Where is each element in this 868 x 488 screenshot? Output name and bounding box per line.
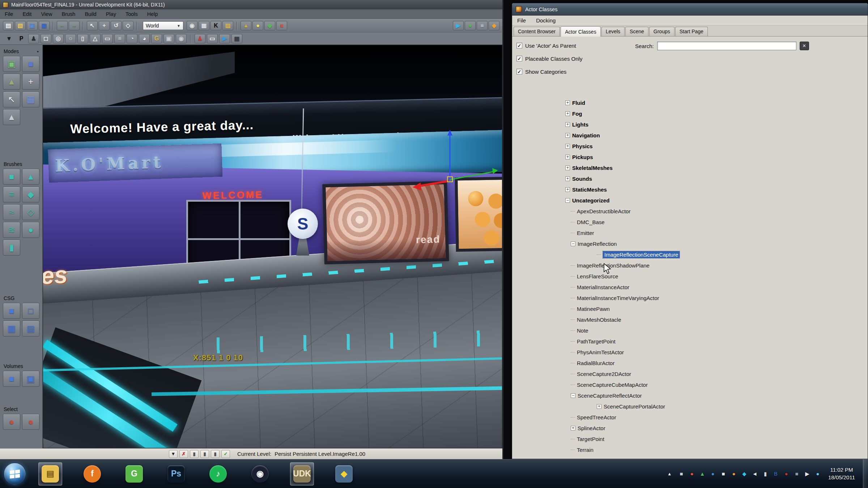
main-titlebar[interactable]: MainFloor054Test_FINAL19 - Unreal Develo… bbox=[0, 0, 502, 9]
search-clear-button[interactable]: × bbox=[800, 42, 809, 50]
tree-expander-plus-icon[interactable]: + bbox=[565, 155, 570, 159]
brush-stairs-button[interactable]: ≡ bbox=[3, 187, 20, 202]
tree-expander-plus-icon[interactable]: + bbox=[565, 122, 570, 127]
checkbox-use-actor-as-parent[interactable]: ✓ bbox=[516, 43, 522, 48]
csg-intersect-button[interactable]: ▦ bbox=[3, 321, 20, 337]
fullscreen-toggle[interactable]: ▦ bbox=[199, 21, 209, 30]
tree-row-dmc-base[interactable]: DMC_Base bbox=[516, 217, 868, 227]
mode-cube-button[interactable]: ■ bbox=[22, 56, 39, 72]
tree-expander-plus-icon[interactable]: + bbox=[565, 144, 570, 149]
tree-row-lensflaresource[interactable]: LensFlareSource bbox=[516, 271, 868, 282]
3d-viewport[interactable]: Welcome! Have a great day... Welcome! Ha… bbox=[43, 45, 502, 448]
redo[interactable]: → bbox=[69, 21, 80, 30]
lock-viewport[interactable]: ▣ bbox=[163, 34, 174, 43]
level-dropdown[interactable]: ▼ bbox=[169, 450, 178, 458]
taskbar-spotify[interactable]: ♪ bbox=[206, 462, 230, 485]
tree-row-radialbluractor[interactable]: RadialBlurActor bbox=[516, 358, 868, 368]
build-lighting[interactable]: ● bbox=[252, 21, 263, 30]
menu-edit[interactable]: Edit bbox=[18, 11, 36, 17]
play-level[interactable]: ▶ bbox=[219, 34, 230, 43]
csg-subtract-button[interactable]: □ bbox=[22, 303, 39, 319]
content-browser[interactable]: ▨ bbox=[222, 21, 233, 30]
brush-curved-stairs-tool[interactable]: ◔ bbox=[127, 34, 137, 43]
taskbar-photoshop[interactable]: Ps bbox=[164, 462, 188, 485]
tree-row-emitter[interactable]: Emitter bbox=[516, 227, 868, 238]
taskbar-clock[interactable]: 11:02 PM 18/05/2011 bbox=[828, 466, 855, 481]
save-all[interactable]: ▣ bbox=[39, 21, 50, 30]
tree-row-note[interactable]: Note bbox=[516, 325, 868, 336]
brush-cylinder-button[interactable]: ▮ bbox=[3, 240, 20, 256]
tree-row-scenecaptureportalactor[interactable]: +SceneCapturePortalActor bbox=[516, 401, 868, 412]
tree-row-pathtargetpoint[interactable]: PathTargetPoint bbox=[516, 336, 868, 347]
camera-speed[interactable]: ◆ bbox=[489, 21, 499, 30]
gamepad-input[interactable]: ▦ bbox=[231, 34, 242, 43]
menu-brush[interactable]: Brush bbox=[57, 11, 80, 17]
translation-gizmo[interactable] bbox=[412, 129, 502, 227]
menu-play[interactable]: Play bbox=[101, 11, 121, 17]
tray-app-2[interactable]: ● bbox=[688, 471, 696, 477]
checkbox-placeable-classes-only[interactable]: ✓ bbox=[516, 56, 522, 61]
tree-row-uncategorized[interactable]: −Uncategorized bbox=[516, 195, 868, 206]
tree-expander-minus-icon[interactable]: − bbox=[565, 198, 570, 203]
tray-app-5[interactable]: ■ bbox=[719, 471, 727, 477]
brush-spiral-stairs-button[interactable]: ≋ bbox=[3, 222, 20, 238]
save[interactable]: ▣ bbox=[27, 21, 38, 30]
tree-expander-minus-icon[interactable]: − bbox=[571, 393, 575, 398]
brush-curved-stairs-button[interactable]: ≈ bbox=[3, 204, 20, 220]
tray-volume[interactable]: ◄ bbox=[751, 471, 759, 477]
brush-cube-button[interactable]: ■ bbox=[3, 169, 20, 185]
csg-deintersect-button[interactable]: ▤ bbox=[22, 321, 39, 337]
actor-classes-titlebar[interactable]: Actor Classes bbox=[512, 3, 868, 16]
start-button[interactable] bbox=[4, 463, 26, 485]
mode-translate-button[interactable]: + bbox=[22, 74, 39, 90]
build-paths[interactable]: ◆ bbox=[264, 21, 275, 30]
tree-row-apexdestructibleactor[interactable]: ApexDestructibleActor bbox=[516, 206, 868, 217]
taskbar-steam[interactable]: ◉ bbox=[248, 462, 272, 485]
tree-row-imagereflection[interactable]: −ImageReflection bbox=[516, 238, 868, 249]
brush-sheet-button[interactable]: ◆ bbox=[22, 187, 39, 202]
menu-view[interactable]: View bbox=[36, 11, 57, 17]
actor-menu-docking[interactable]: Docking bbox=[531, 17, 561, 23]
select-all-button[interactable]: ● bbox=[22, 414, 39, 430]
tree-row-scenecapture2dactor[interactable]: SceneCapture2DActor bbox=[516, 368, 868, 379]
tree-row-fog[interactable]: +Fog bbox=[516, 108, 868, 119]
play-on-pc[interactable]: ● bbox=[465, 21, 476, 30]
mode-terrain-button[interactable]: ▲ bbox=[3, 74, 20, 90]
mode-camera-button[interactable]: ▣ bbox=[3, 56, 20, 72]
tab-groups[interactable]: Groups bbox=[649, 27, 675, 36]
tree-expander-plus-icon[interactable]: + bbox=[565, 133, 570, 138]
brush-stairs-tool[interactable]: ≡ bbox=[114, 34, 125, 43]
csg-add-button[interactable]: ■ bbox=[3, 303, 20, 319]
tree-row-physanimtestactor[interactable]: PhysAnimTestActor bbox=[516, 347, 868, 358]
menu-build[interactable]: Build bbox=[80, 11, 101, 17]
taskbar-explorer[interactable]: ▤ bbox=[38, 462, 62, 485]
tray-bluetooth[interactable]: B bbox=[772, 471, 780, 477]
tree-row-imagereflectionshadowplane[interactable]: ImageReflectionShadowPlane bbox=[516, 260, 868, 271]
level-lock[interactable]: ▮ bbox=[190, 450, 199, 458]
tray-network[interactable]: ▮ bbox=[761, 471, 769, 477]
show-hidden-icons-button[interactable]: ▲ bbox=[665, 471, 674, 476]
menu-tools[interactable]: Tools bbox=[121, 11, 142, 17]
level-color[interactable]: ▮ bbox=[211, 450, 220, 458]
tree-row-targetpoint[interactable]: TargetPoint bbox=[516, 433, 868, 444]
tab-levels[interactable]: Levels bbox=[601, 27, 625, 36]
level-visibility[interactable]: ▮ bbox=[200, 450, 209, 458]
menu-file[interactable]: File bbox=[0, 11, 18, 17]
show-flags[interactable]: ◉ bbox=[176, 34, 187, 43]
tray-app-9[interactable]: ■ bbox=[793, 471, 801, 477]
tray-app-6[interactable]: ● bbox=[730, 471, 738, 477]
tree-row-fluid[interactable]: +Fluid bbox=[516, 97, 868, 108]
tray-app-7[interactable]: ◆ bbox=[740, 471, 748, 477]
tree-row-materialinstanceactor[interactable]: MaterialInstanceActor bbox=[516, 282, 868, 292]
tree-row-splineactor[interactable]: +SplineActor bbox=[516, 423, 868, 433]
play-in-viewport[interactable]: ▶ bbox=[453, 21, 464, 30]
brush-sphere-tool[interactable]: ○ bbox=[65, 34, 76, 43]
tree-row-navigation[interactable]: +Navigation bbox=[516, 130, 868, 141]
volume-trigger-button[interactable]: ▣ bbox=[22, 371, 39, 387]
search-input[interactable] bbox=[657, 42, 796, 50]
taskbar-green-app[interactable]: G bbox=[122, 462, 146, 485]
search-actors[interactable]: ◉ bbox=[187, 21, 197, 30]
mode-cone-button[interactable]: ▲ bbox=[3, 109, 20, 125]
tree-expander-plus-icon[interactable]: + bbox=[565, 187, 570, 192]
checkbox-show-categories[interactable]: ✓ bbox=[516, 69, 522, 74]
